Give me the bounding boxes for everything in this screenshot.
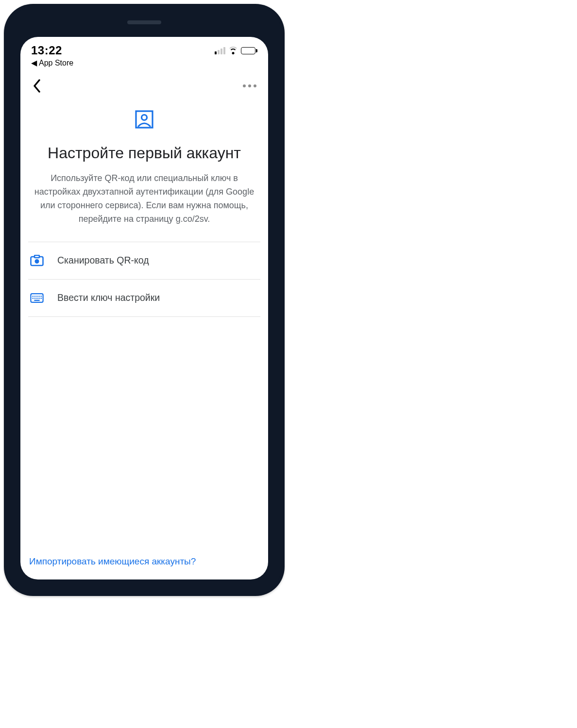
scan-qr-row[interactable]: Сканировать QR-код [28,242,260,280]
screen: 13:22 ◀ App Store [20,37,268,579]
svg-rect-10 [40,296,41,297]
power-button [282,154,285,213]
battery-icon [241,47,258,54]
page-title: Настройте первый аккаунт [28,144,260,162]
status-time: 13:22 [31,44,62,57]
svg-rect-7 [34,296,35,297]
status-icons [215,47,258,54]
wifi-icon [228,47,238,54]
footer: Импортировать имеющиеся аккаунты? [20,556,268,579]
speaker-slot [127,20,161,24]
page-subtitle: Используйте QR-код или специальный ключ … [28,172,260,226]
svg-rect-13 [36,298,37,298]
svg-rect-12 [34,298,35,298]
cellular-signal-icon [215,47,225,54]
enter-key-label: Ввести ключ настройки [57,292,160,303]
svg-rect-8 [36,296,37,297]
svg-rect-3 [34,255,39,258]
svg-rect-15 [40,298,41,298]
account-hero-icon [135,110,153,131]
svg-rect-16 [34,299,39,300]
back-triangle-icon: ◀ [31,58,37,67]
app-navbar [20,69,268,99]
phone-frame: 13:22 ◀ App Store [4,4,285,596]
svg-rect-9 [38,296,39,297]
back-to-appstore-link[interactable]: ◀ App Store [31,58,257,67]
svg-rect-6 [33,296,34,297]
enter-key-row[interactable]: Ввести ключ настройки [28,280,260,317]
camera-icon [30,255,44,266]
options-list: Сканировать QR-код [28,242,260,317]
back-to-appstore-label: App Store [39,59,73,67]
svg-point-4 [35,259,39,264]
chevron-left-icon [33,79,41,93]
svg-point-1 [142,115,147,120]
scan-qr-label: Сканировать QR-код [57,255,149,266]
svg-rect-11 [33,298,34,298]
main-content: Настройте первый аккаунт Используйте QR-… [20,99,268,556]
status-bar: 13:22 ◀ App Store [20,37,268,69]
import-accounts-link[interactable]: Импортировать имеющиеся аккаунты? [29,556,259,567]
more-options-button[interactable] [243,84,258,87]
keyboard-icon [30,292,44,304]
svg-rect-14 [38,298,39,298]
back-button[interactable] [29,78,45,94]
